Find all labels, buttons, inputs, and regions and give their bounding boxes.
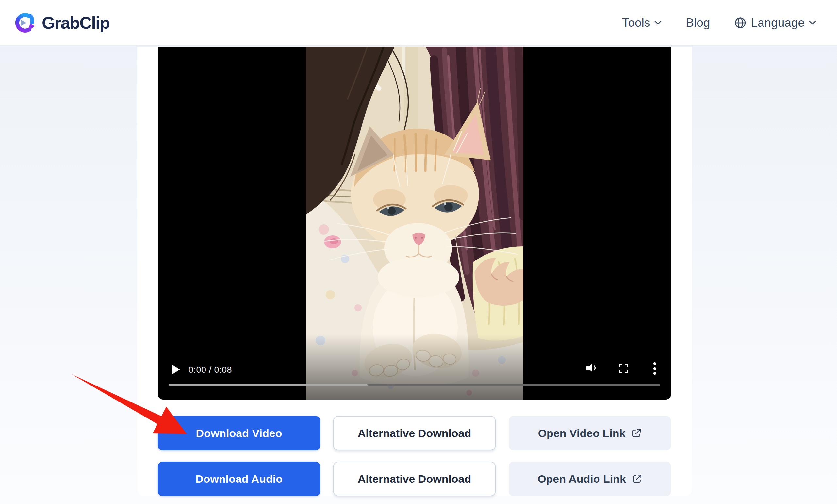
open-audio-link-button[interactable]: Open Audio Link (509, 462, 671, 496)
video-frame-kitten-scene (306, 47, 523, 399)
play-button[interactable] (172, 365, 180, 374)
volume-icon (586, 363, 598, 373)
nav-tools-label: Tools (622, 16, 650, 30)
alternative-download-video-button[interactable]: Alternative Download (333, 416, 496, 450)
chevron-down-icon (809, 21, 816, 25)
main-nav: Tools Blog Language (622, 16, 816, 30)
page: GrabClip Tools Blog Language (0, 0, 837, 504)
play-icon (172, 365, 180, 374)
nav-blog-label: Blog (686, 16, 710, 30)
external-link-icon (632, 474, 642, 484)
open-video-link-button[interactable]: Open Video Link (509, 416, 671, 450)
time-display: 0:00 / 0:08 (189, 365, 232, 375)
progress-buffered (168, 384, 368, 386)
nav-language[interactable]: Language (734, 16, 816, 30)
download-actions: Download Video Alternative Download Open… (158, 416, 671, 496)
brand-name: GrabClip (42, 13, 110, 33)
grabclip-logo-icon (13, 12, 35, 34)
nav-language-label: Language (751, 16, 805, 30)
volume-button[interactable] (586, 363, 598, 374)
fullscreen-icon (619, 364, 628, 373)
download-video-button[interactable]: Download Video (158, 416, 320, 450)
nav-blog[interactable]: Blog (686, 16, 710, 30)
fullscreen-button[interactable] (619, 364, 628, 374)
progress-bar[interactable] (168, 384, 660, 386)
external-link-icon (631, 428, 642, 438)
content-card: 0:00 / 0:08 (137, 47, 692, 496)
brand-home-link[interactable]: GrabClip (13, 12, 110, 34)
more-options-button[interactable] (653, 362, 656, 376)
kebab-menu-icon (653, 362, 656, 375)
open-audio-link-label: Open Audio Link (537, 473, 626, 485)
open-video-link-label: Open Video Link (538, 427, 626, 440)
video-player[interactable]: 0:00 / 0:08 (158, 47, 671, 399)
download-audio-button[interactable]: Download Audio (158, 462, 320, 496)
alternative-download-audio-button[interactable]: Alternative Download (333, 462, 496, 496)
chevron-down-icon (654, 21, 662, 25)
nav-tools[interactable]: Tools (622, 16, 662, 30)
header: GrabClip Tools Blog Language (0, 0, 837, 46)
globe-icon (734, 17, 747, 29)
controls-gradient (306, 334, 523, 399)
